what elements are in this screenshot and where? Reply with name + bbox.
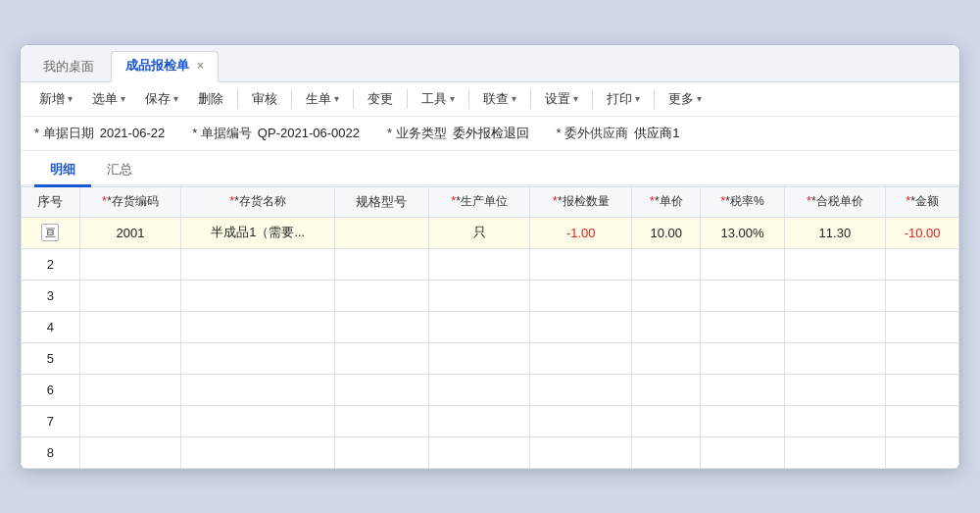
cell-amount[interactable]: [886, 280, 959, 311]
tab-report[interactable]: 成品报检单 ×: [111, 51, 219, 82]
cell-price[interactable]: 10.00: [632, 217, 701, 248]
settings-button[interactable]: 设置 ▾: [536, 86, 587, 112]
cell-amount[interactable]: [886, 311, 959, 342]
cell-inv-name[interactable]: [181, 248, 335, 280]
cell-price[interactable]: [632, 374, 701, 405]
cell-qty[interactable]: [530, 342, 632, 374]
cell-tax-rate[interactable]: [701, 342, 784, 374]
table-row[interactable]: 5: [22, 342, 959, 374]
date-value[interactable]: 2021-06-22: [100, 126, 166, 140]
cell-qty[interactable]: [530, 248, 632, 280]
cell-spec[interactable]: [335, 374, 429, 405]
cell-qty[interactable]: [530, 311, 632, 342]
cell-qty[interactable]: [530, 405, 632, 436]
cell-tax-rate[interactable]: 13.00%: [701, 217, 784, 248]
cell-tax-price[interactable]: [784, 280, 886, 311]
table-row[interactable]: 3: [22, 280, 959, 311]
cell-tax-price[interactable]: [784, 342, 886, 374]
cell-unit[interactable]: [428, 280, 530, 311]
cell-spec[interactable]: [335, 280, 429, 311]
cell-amount[interactable]: [886, 374, 959, 405]
cell-inv-name[interactable]: [181, 374, 335, 405]
cell-qty[interactable]: -1.00: [530, 217, 632, 248]
cell-inv-name[interactable]: [181, 436, 335, 468]
cell-inv-code[interactable]: [79, 342, 181, 374]
cell-inv-code[interactable]: [79, 311, 181, 342]
cell-unit[interactable]: [428, 248, 530, 280]
cell-tax-rate[interactable]: [701, 374, 784, 405]
cell-spec[interactable]: [335, 217, 429, 248]
cell-amount[interactable]: [886, 248, 959, 280]
cell-inv-name[interactable]: [181, 280, 335, 311]
cell-inv-code[interactable]: [79, 374, 181, 405]
cell-qty[interactable]: [530, 374, 632, 405]
cell-unit[interactable]: [428, 311, 530, 342]
generate-button[interactable]: 生单 ▾: [297, 86, 348, 112]
cell-price[interactable]: [632, 280, 701, 311]
cell-tax-rate[interactable]: [701, 405, 784, 436]
tools-button[interactable]: 工具 ▾: [413, 86, 464, 112]
save-button[interactable]: 保存 ▾: [136, 86, 187, 112]
cell-unit[interactable]: 只: [428, 217, 530, 248]
add-button[interactable]: 新增 ▾: [30, 86, 81, 112]
biztype-value[interactable]: 委外报检退回: [453, 125, 529, 142]
tab-home[interactable]: 我的桌面: [28, 51, 109, 82]
cell-price[interactable]: [632, 248, 701, 280]
more-button[interactable]: 更多 ▾: [660, 86, 710, 112]
cell-tax-price[interactable]: [784, 311, 886, 342]
select-button[interactable]: 选单 ▾: [83, 86, 134, 112]
cell-amount[interactable]: -10.00: [886, 217, 959, 248]
query-button[interactable]: 联查 ▾: [474, 86, 525, 112]
cell-inv-code[interactable]: [79, 405, 181, 436]
cell-tax-price[interactable]: [784, 405, 886, 436]
cell-spec[interactable]: [335, 248, 429, 280]
cell-price[interactable]: [632, 311, 701, 342]
cell-tax-price[interactable]: [784, 374, 886, 405]
cell-amount[interactable]: [886, 436, 959, 468]
cell-inv-code[interactable]: [79, 248, 181, 280]
print-button[interactable]: 打印 ▾: [598, 86, 649, 112]
cell-tax-price[interactable]: [784, 248, 886, 280]
cell-tax-rate[interactable]: [701, 311, 784, 342]
cell-inv-name[interactable]: 半成品1（需要...: [181, 217, 335, 248]
cell-unit[interactable]: [428, 342, 530, 374]
table-row[interactable]: 8: [22, 436, 959, 468]
table-row[interactable]: 亘 2001 半成品1（需要... 只 -1.00 10.00 13.00% 1…: [22, 217, 959, 248]
tab-detail[interactable]: 明细: [34, 152, 91, 187]
tab-close-icon[interactable]: ×: [197, 59, 204, 73]
cell-spec[interactable]: [335, 405, 429, 436]
change-button[interactable]: 变更: [359, 86, 402, 112]
table-row[interactable]: 2: [22, 248, 959, 280]
cell-inv-code[interactable]: [79, 280, 181, 311]
table-row[interactable]: 4: [22, 311, 959, 342]
cell-qty[interactable]: [530, 436, 632, 468]
delete-button[interactable]: 删除: [189, 86, 232, 112]
cell-tax-rate[interactable]: [701, 436, 784, 468]
table-row[interactable]: 7: [22, 405, 959, 436]
cell-inv-code[interactable]: [79, 436, 181, 468]
tab-summary[interactable]: 汇总: [91, 152, 148, 187]
cell-amount[interactable]: [886, 405, 959, 436]
cell-unit[interactable]: [428, 374, 530, 405]
cell-unit[interactable]: [428, 436, 530, 468]
cell-inv-name[interactable]: [181, 405, 335, 436]
cell-tax-price[interactable]: 11.30: [784, 217, 886, 248]
cell-spec[interactable]: [335, 342, 429, 374]
row-icon[interactable]: 亘: [41, 224, 59, 241]
cell-price[interactable]: [632, 342, 701, 374]
cell-tax-price[interactable]: [784, 436, 886, 468]
cell-spec[interactable]: [335, 311, 429, 342]
cell-spec[interactable]: [335, 436, 429, 468]
cell-inv-name[interactable]: [181, 342, 335, 374]
cell-inv-code[interactable]: 2001: [79, 217, 181, 248]
cell-inv-name[interactable]: [181, 311, 335, 342]
supplier-value[interactable]: 供应商1: [634, 125, 679, 142]
table-row[interactable]: 6: [22, 374, 959, 405]
cell-tax-rate[interactable]: [701, 280, 784, 311]
audit-button[interactable]: 审核: [243, 86, 286, 112]
cell-amount[interactable]: [886, 342, 959, 374]
num-value[interactable]: QP-2021-06-0022: [258, 126, 360, 140]
cell-tax-rate[interactable]: [701, 248, 784, 280]
cell-price[interactable]: [632, 436, 701, 468]
cell-price[interactable]: [632, 405, 701, 436]
